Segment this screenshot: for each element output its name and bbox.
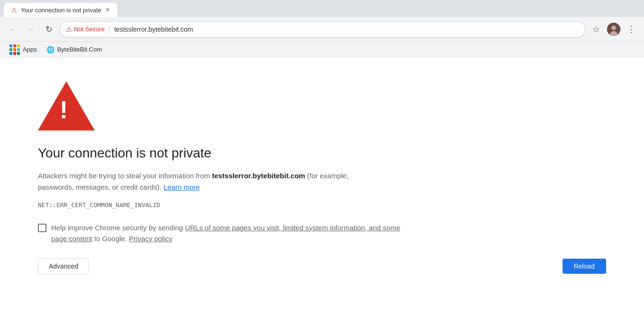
- bookmarks-bar: Apps 🌐 ByteBiteBit.Com: [0, 42, 644, 58]
- advanced-button[interactable]: Advanced: [38, 258, 89, 274]
- reload-page-button[interactable]: Reload: [563, 259, 606, 274]
- bytebitbit-bookmark[interactable]: 🌐 ByteBiteBit.Com: [43, 44, 106, 55]
- not-secure-badge: ⚠ Not Secure: [66, 26, 105, 33]
- warning-icon: ⚠: [66, 26, 72, 33]
- omnibox[interactable]: ⚠ Not Secure | testsslerror.bytebitebit.…: [60, 21, 585, 37]
- not-secure-label: Not Secure: [74, 26, 105, 33]
- error-title: Your connection is not private: [38, 146, 606, 161]
- avatar-image: [607, 23, 620, 36]
- forward-button[interactable]: →: [24, 22, 38, 36]
- apps-label: Apps: [23, 46, 37, 53]
- apps-grid-icon: [9, 44, 20, 55]
- svg-point-1: [611, 26, 616, 30]
- buttons-row: Advanced Reload: [38, 258, 606, 274]
- tab-close-button[interactable]: ✕: [105, 7, 110, 13]
- privacy-checkbox[interactable]: [38, 224, 46, 232]
- error-domain: testsslerror.bytebitebit.com: [212, 172, 305, 180]
- page-content: Your connection is not private Attackers…: [0, 58, 644, 331]
- checkbox-text-middle: to Google.: [92, 235, 129, 243]
- tab-title: Your connection is not private: [21, 7, 101, 14]
- learn-more-link[interactable]: Learn more: [163, 183, 200, 191]
- toolbar-right: ☆ ⋮: [589, 22, 638, 36]
- active-tab[interactable]: ⚠ Your connection is not private ✕: [4, 3, 117, 17]
- omnibox-divider: |: [108, 25, 110, 34]
- error-description: Attackers might be trying to steal your …: [38, 170, 369, 193]
- tab-favicon: ⚠: [11, 7, 17, 14]
- checkbox-text-before: Help improve Chrome security by sending: [51, 224, 185, 232]
- omnibox-url: testsslerror.bytebitebit.com: [114, 26, 579, 33]
- error-code: NET::ERR_CERT_COMMON_NAME_INVALID: [38, 201, 606, 209]
- bookmark-star-button[interactable]: ☆: [589, 22, 603, 36]
- back-button[interactable]: ←: [6, 22, 20, 36]
- privacy-policy-link[interactable]: Privacy policy: [129, 235, 172, 243]
- reload-button[interactable]: ↻: [42, 22, 56, 36]
- bookmark-label: ByteBiteBit.Com: [57, 46, 102, 53]
- apps-bookmark-button[interactable]: Apps: [6, 43, 41, 57]
- profile-avatar[interactable]: [607, 23, 620, 36]
- tab-bar: ⚠ Your connection is not private ✕: [0, 0, 644, 17]
- bookmark-globe-icon: 🌐: [46, 46, 54, 53]
- toolbar: ← → ↻ ⚠ Not Secure | testsslerror.bytebi…: [0, 17, 644, 42]
- warning-triangle-icon: [38, 81, 95, 131]
- error-desc-before: Attackers might be trying to steal your …: [38, 172, 212, 180]
- privacy-checkbox-row: Help improve Chrome security by sending …: [38, 223, 407, 244]
- chrome-menu-button[interactable]: ⋮: [624, 22, 638, 36]
- error-icon-container: [38, 81, 606, 132]
- checkbox-label: Help improve Chrome security by sending …: [51, 223, 407, 244]
